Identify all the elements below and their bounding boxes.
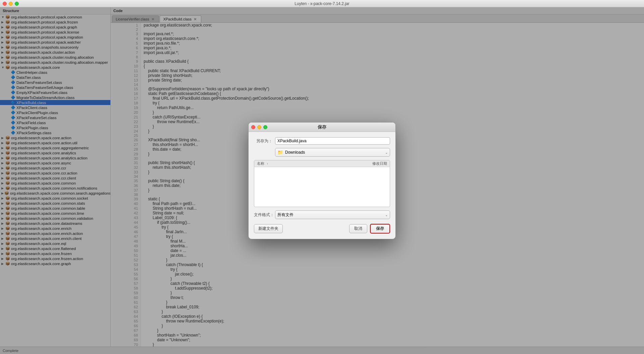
- file-list-area: 名称 ↑ 修改日期: [254, 160, 390, 207]
- format-value: 所有文件: [277, 212, 385, 218]
- maximize-button[interactable]: [15, 2, 19, 6]
- save-button[interactable]: 保存: [370, 224, 390, 234]
- dialog-close-button[interactable]: [251, 125, 255, 129]
- save-dialog: 保存 另存为： 📁 Downloads ⌄ 名称: [248, 122, 396, 239]
- title-bar-buttons: [3, 2, 19, 6]
- dialog-body: 另存为： 📁 Downloads ⌄ 名称 ↑: [249, 132, 395, 239]
- filename-input[interactable]: [275, 137, 390, 145]
- save-as-label: 另存为：: [254, 138, 272, 144]
- location-chevron: ⌄: [385, 151, 388, 154]
- col-name-header: 名称 ↑: [257, 161, 347, 166]
- location-row: 📁 Downloads ⌄: [254, 148, 390, 157]
- cancel-button[interactable]: 取消: [349, 224, 367, 233]
- minimize-button[interactable]: [9, 2, 13, 6]
- dialog-actions: 新建文件夹 取消 保存: [254, 224, 390, 234]
- dialog-title-bar: 保存: [249, 122, 395, 132]
- title-bar: Luyten - x-pack-core-7.14.2.jar: [0, 0, 644, 7]
- sort-arrow: ↑: [267, 162, 268, 165]
- format-row: 文件格式： 所有文件 ⌄: [254, 210, 390, 219]
- location-value: Downloads: [285, 150, 385, 155]
- format-dropdown[interactable]: 所有文件 ⌄: [275, 210, 390, 219]
- folder-icon: 📁: [277, 150, 283, 155]
- format-chevron: ⌄: [385, 213, 388, 217]
- dialog-title-text: 保存: [318, 124, 326, 130]
- col-date-header: 修改日期: [347, 161, 387, 166]
- window-title: Luyten - x-pack-core-7.14.2.jar: [294, 1, 349, 6]
- location-dropdown[interactable]: 📁 Downloads ⌄: [275, 148, 390, 157]
- dialog-minimize-button[interactable]: [257, 125, 261, 129]
- close-button[interactable]: [3, 2, 7, 6]
- dialog-maximize-button[interactable]: [263, 125, 267, 129]
- modal-overlay: 保存 另存为： 📁 Downloads ⌄ 名称: [0, 7, 644, 354]
- file-list-header: 名称 ↑ 修改日期: [254, 160, 390, 167]
- new-folder-button[interactable]: 新建文件夹: [254, 224, 283, 233]
- format-label: 文件格式：: [254, 212, 272, 218]
- save-as-row: 另存为：: [254, 137, 390, 145]
- dialog-title-buttons: [251, 125, 267, 129]
